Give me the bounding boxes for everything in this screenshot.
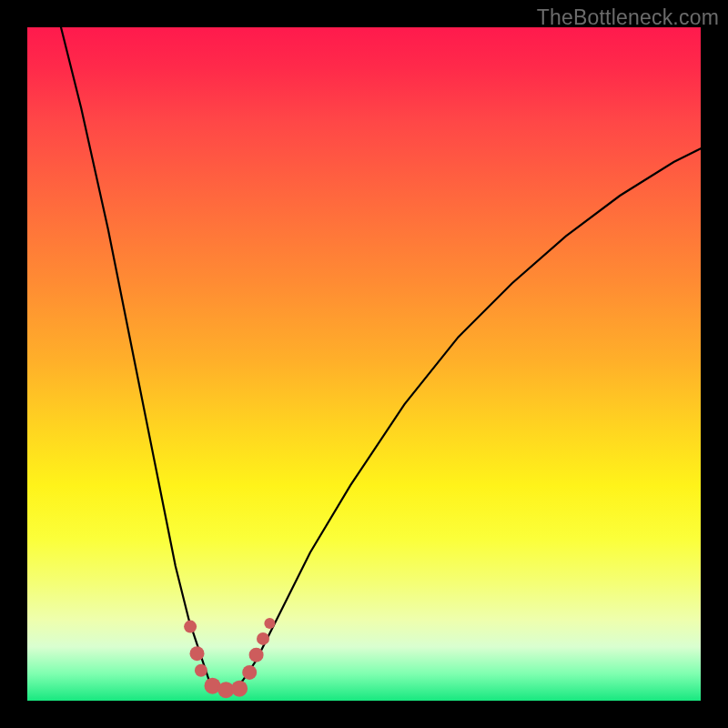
highlight-markers — [184, 618, 275, 698]
watermark-text: TheBottleneck.com — [537, 5, 719, 30]
marker-point — [257, 632, 269, 645]
marker-point — [195, 664, 207, 677]
chart-frame: TheBottleneck.com — [0, 0, 728, 728]
marker-point — [184, 621, 197, 633]
marker-point — [249, 648, 264, 662]
plot-area — [27, 27, 701, 701]
marker-point — [231, 681, 248, 697]
marker-point — [242, 665, 257, 680]
marker-point — [264, 618, 275, 629]
chart-svg — [27, 27, 701, 701]
bottleneck-curve — [61, 27, 701, 691]
marker-point — [190, 646, 205, 661]
